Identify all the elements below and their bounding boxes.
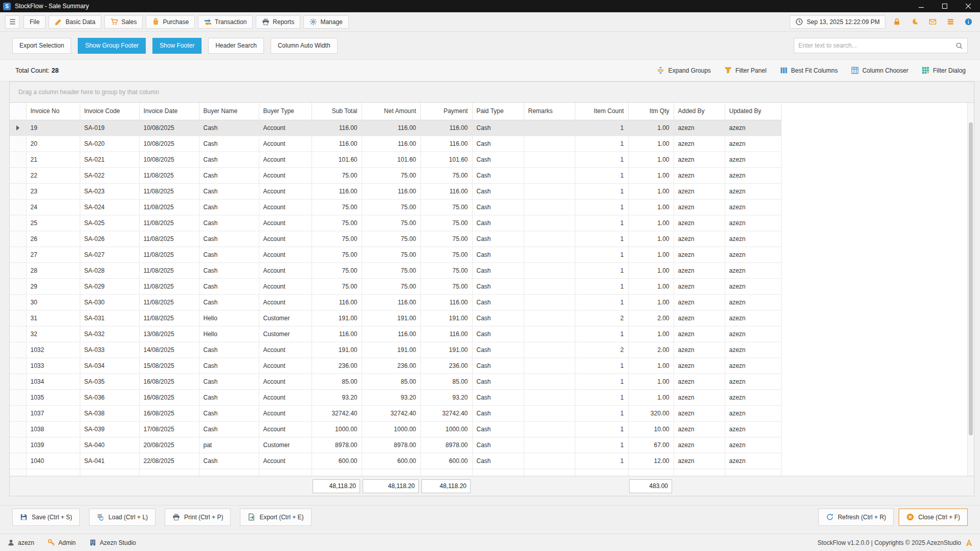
column-header[interactable]: Sub Total xyxy=(311,103,362,120)
close-form-button[interactable]: Close (Ctrl + F) xyxy=(899,509,968,526)
menu-item-sales[interactable]: Sales xyxy=(104,15,143,29)
table-row[interactable]: 21SA-02110/08/2025CashAccount101.60101.6… xyxy=(10,151,967,167)
column-header[interactable]: Buyer Name xyxy=(199,103,259,120)
maximize-button[interactable] xyxy=(933,0,956,12)
load-button[interactable]: Load (Ctrl + L) xyxy=(89,509,155,526)
table-row[interactable]: 22SA-02211/08/2025CashAccount75.0075.007… xyxy=(10,167,967,183)
column-chooser-button[interactable]: Column Chooser xyxy=(851,67,908,74)
column-header[interactable]: Item Count xyxy=(575,103,628,120)
table-row[interactable]: 30SA-03011/08/2025CashAccount116.00116.0… xyxy=(10,294,967,310)
table-row[interactable]: 1034SA-03516/08/2025CashAccount85.0085.0… xyxy=(10,373,967,389)
list-icon xyxy=(947,18,954,26)
column-header[interactable]: Updated By xyxy=(725,103,781,120)
cell: azezn xyxy=(725,310,781,326)
cell: Cash xyxy=(199,231,259,247)
cell xyxy=(524,136,575,151)
export-button[interactable]: Export (Ctrl + E) xyxy=(240,509,311,526)
header-search-button[interactable]: Header Search xyxy=(208,38,264,54)
cell: 116.00 xyxy=(362,136,420,151)
table-row[interactable]: 1039SA-04020/08/2025patCustomer8978.0089… xyxy=(10,437,967,453)
column-header[interactable]: Net Amount xyxy=(362,103,420,120)
cell: 24 xyxy=(26,199,80,215)
print-button[interactable]: Print (Ctrl + P) xyxy=(165,509,231,526)
column-header[interactable]: Invoice Code xyxy=(80,103,139,120)
column-header[interactable]: Payment xyxy=(420,103,472,120)
export-selection-button[interactable]: Export Selection xyxy=(12,38,71,54)
table-row[interactable]: 1032SA-03314/08/2025CashAccount191.00191… xyxy=(10,342,967,358)
about-button[interactable] xyxy=(962,15,975,29)
app-window: S StockFlow - Sale Summary File Basic Da… xyxy=(0,0,980,551)
table-row[interactable]: 1038SA-03917/08/2025CashAccount1000.0010… xyxy=(10,421,967,437)
close-button[interactable] xyxy=(956,0,980,12)
table-row[interactable]: 20SA-02010/08/2025CashAccount116.00116.0… xyxy=(10,136,967,151)
menu-item-purchase[interactable]: Purchase xyxy=(146,15,195,29)
menu-item-label: Transaction xyxy=(215,18,247,26)
filter-dialog-button[interactable]: Filter Dialog xyxy=(922,67,966,74)
cell: 16/08/2025 xyxy=(139,405,199,421)
messages-button[interactable] xyxy=(926,15,939,29)
save-button[interactable]: Save (Ctrl + S) xyxy=(12,509,80,526)
show-footer-button[interactable]: Show Footer xyxy=(152,38,202,54)
main-menu-button[interactable] xyxy=(5,15,19,29)
table-row[interactable]: 25SA-02511/08/2025CashAccount75.0075.007… xyxy=(10,215,967,231)
minimize-button[interactable] xyxy=(909,0,933,12)
cell: azezn xyxy=(674,421,725,437)
column-header[interactable]: Added By xyxy=(674,103,725,120)
menu-item-reports[interactable]: Reports xyxy=(256,15,300,29)
cell: Cash xyxy=(199,199,259,215)
cell: azezn xyxy=(674,453,725,469)
table-row[interactable]: 1035SA-03616/08/2025CashAccount93.2093.2… xyxy=(10,389,967,405)
cell: Customer xyxy=(259,437,311,453)
column-auto-width-button[interactable]: Column Auto Width xyxy=(271,38,338,54)
filter-panel-button[interactable]: Filter Panel xyxy=(724,67,767,74)
table-row[interactable]: 29SA-02911/08/2025CashAccount75.0075.007… xyxy=(10,278,967,294)
expand-groups-button[interactable]: Expand Groups xyxy=(657,67,710,74)
search-box[interactable] xyxy=(794,38,968,53)
table-row[interactable]: 1037SA-03816/08/2025CashAccount32742.403… xyxy=(10,405,967,421)
button-label: Best Fit Columns xyxy=(791,67,838,74)
scrollbar-thumb[interactable] xyxy=(969,122,973,435)
column-header[interactable]: Invoice Date xyxy=(139,103,199,120)
table-row[interactable]: 1040SA-04122/08/2025CashAccount600.00600… xyxy=(10,453,967,469)
best-fit-columns-button[interactable]: Best Fit Columns xyxy=(780,67,838,74)
lock-icon xyxy=(893,18,901,26)
table-viewport: Invoice NoInvoice CodeInvoice DateBuyer … xyxy=(10,103,967,476)
group-by-panel[interactable]: Drag a column header here to group by th… xyxy=(10,82,974,103)
table-row[interactable]: 1033SA-03415/08/2025CashAccount236.00236… xyxy=(10,358,967,373)
column-header[interactable]: Buyer Type xyxy=(259,103,311,120)
window-title: StockFlow - Sale Summary xyxy=(15,3,909,10)
menu-item-basic-data[interactable]: Basic Data xyxy=(49,15,101,29)
table-row[interactable]: 19SA-01910/08/2025CashAccount116.00116.0… xyxy=(10,120,967,136)
column-header[interactable]: Invoice No xyxy=(26,103,80,120)
table-row[interactable]: 32SA-03213/08/2025HelloCustomer116.00116… xyxy=(10,326,967,342)
toolbar: Export Selection Show Group Footer Show … xyxy=(0,32,980,59)
search-input[interactable] xyxy=(798,42,955,49)
table-row[interactable]: 24SA-02411/08/2025CashAccount75.0075.007… xyxy=(10,199,967,215)
menu-item-file[interactable]: File xyxy=(24,15,46,29)
row-filler xyxy=(781,151,967,167)
cell: 75.00 xyxy=(311,199,362,215)
table-row[interactable]: 27SA-02711/08/2025CashAccount75.0075.007… xyxy=(10,247,967,262)
button-label: Print (Ctrl + P) xyxy=(184,514,223,521)
button-label: Save (Ctrl + S) xyxy=(32,514,72,521)
row-indicator xyxy=(10,247,26,262)
table-row[interactable]: 23SA-02311/08/2025CashAccount116.00116.0… xyxy=(10,183,967,199)
table-row[interactable]: 31SA-03111/08/2025HelloCustomer191.00191… xyxy=(10,310,967,326)
show-group-footer-button[interactable]: Show Group Footer xyxy=(78,38,146,54)
menu-item-transaction[interactable]: Transaction xyxy=(198,15,253,29)
refresh-button[interactable]: Refresh (Ctrl + R) xyxy=(818,509,894,526)
theme-toggle-button[interactable] xyxy=(908,15,921,29)
column-header[interactable]: Remarks xyxy=(524,103,575,120)
cell: SA-030 xyxy=(80,294,139,310)
menu-item-manage[interactable]: Manage xyxy=(303,15,348,29)
lock-button[interactable] xyxy=(890,15,903,29)
cell: Account xyxy=(259,405,311,421)
vertical-scrollbar[interactable] xyxy=(967,103,974,476)
cell: SA-024 xyxy=(80,199,139,215)
column-header[interactable]: Itm Qty xyxy=(628,103,674,120)
logs-button[interactable] xyxy=(944,15,957,29)
table-row[interactable]: 26SA-02611/08/2025CashAccount75.0075.007… xyxy=(10,231,967,247)
cell: 1000.00 xyxy=(362,421,420,437)
table-row[interactable]: 28SA-02811/08/2025CashAccount75.0075.007… xyxy=(10,262,967,278)
column-header[interactable]: Paid Type xyxy=(472,103,524,120)
